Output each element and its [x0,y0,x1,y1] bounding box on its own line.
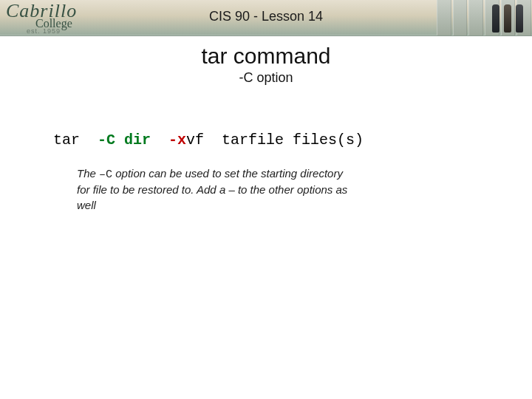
cmd-option-x: -x [168,132,186,149]
header-banner: Cabrillo College est. 1959 CIS 90 - Less… [0,0,532,36]
desc-code: –C [99,168,112,181]
banner-photo [436,0,532,35]
description-paragraph: The –C option can be used to set the sta… [77,166,358,213]
command-syntax: tar -C dir -xvf tarfile files(s) [53,132,532,149]
page-subheading: -C option [0,70,532,86]
cmd-rest: vf tarfile files(s) [186,132,364,149]
cmd-tar: tar [53,132,98,149]
cmd-arg-dir: dir [124,132,151,149]
cmd-gap [151,132,168,149]
page-heading: tar command [0,44,532,69]
cmd-option-c: -C [98,132,124,149]
desc-t1: The [77,167,99,180]
logo-est-text: est. 1959 [6,28,139,35]
desc-t2: option can be used to set the starting d… [77,167,347,211]
